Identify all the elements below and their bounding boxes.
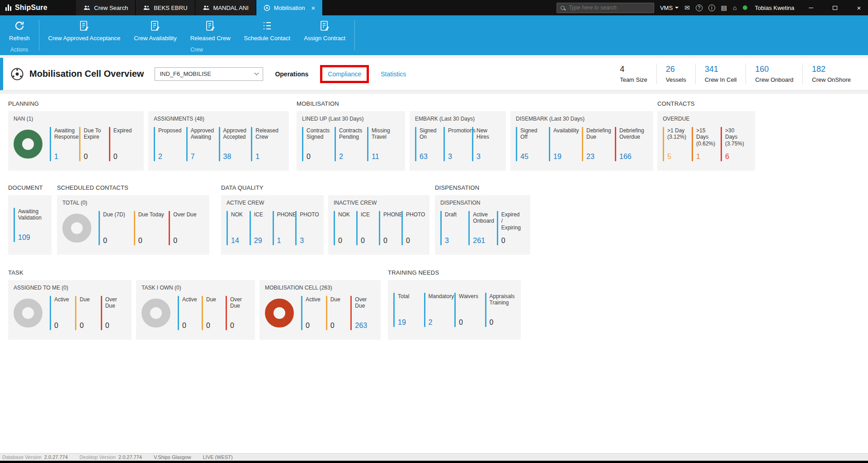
stat-value[interactable]: 0 [338, 237, 353, 245]
stat-value[interactable]: 0 [182, 322, 198, 330]
stat-value[interactable]: 0 [330, 322, 347, 330]
stat-value[interactable]: 3 [448, 153, 468, 161]
stat-value[interactable]: 261 [473, 237, 493, 245]
stat-value[interactable]: 19 [553, 153, 578, 161]
maximize-button[interactable] [826, 0, 844, 15]
stat-value[interactable]: 6 [725, 153, 746, 161]
stat-value[interactable]: 1 [696, 153, 717, 161]
stat-value[interactable]: 0 [84, 153, 105, 161]
stat-value[interactable]: 0 [138, 237, 165, 245]
stat-value[interactable]: 0 [501, 237, 521, 245]
stat-value[interactable]: 2 [429, 318, 451, 327]
released-crew-button[interactable]: Released Crew [184, 19, 237, 47]
search-input[interactable] [568, 4, 650, 11]
scheduled-contacts-donut-chart [62, 214, 91, 243]
stat-value[interactable]: 11 [372, 153, 396, 161]
close-button[interactable]: × [850, 0, 868, 15]
document-pencil-icon [149, 20, 161, 32]
info-icon[interactable]: i [708, 5, 715, 11]
stat-value[interactable]: 0 [306, 322, 322, 330]
stat-value[interactable]: 0 [206, 322, 222, 330]
home-icon[interactable]: ⌂ [733, 5, 736, 11]
bottom-edge [0, 461, 868, 463]
stat-value[interactable]: 0 [113, 153, 135, 161]
ribbon-group-crew: Crew Approved Acceptance Crew Availabili… [39, 15, 354, 55]
stat-value[interactable]: 0 [54, 322, 71, 330]
summary-crew-onshore[interactable]: 182 Crew OnShore [802, 64, 860, 84]
stat-over-due: Over Due 263 [350, 296, 372, 330]
stat-value[interactable]: 0 [459, 318, 481, 327]
tab-mobilisation[interactable]: Mobilisation × [256, 0, 323, 15]
stat-label: PHOTO [406, 211, 420, 237]
vms-dropdown[interactable]: VMS [660, 5, 679, 11]
tab-operations[interactable]: Operations [275, 70, 308, 78]
stat-value[interactable]: 45 [520, 153, 545, 161]
section-title: TASK [8, 269, 381, 276]
summary-crew-onboard[interactable]: 160 Crew Onboard [745, 64, 802, 84]
summary-vessels[interactable]: 26 Vessels [656, 64, 695, 84]
stat-value[interactable]: 3 [300, 237, 315, 245]
stat-value[interactable]: 0 [383, 237, 398, 245]
minimize-button[interactable] [802, 0, 820, 15]
global-search[interactable] [557, 3, 654, 13]
tab-mandal-ani[interactable]: MANDAL ANI [195, 0, 256, 15]
schedule-contact-button[interactable]: Schedule Contact [238, 19, 297, 47]
assign-contract-button[interactable]: Assign Contract [297, 19, 352, 47]
stat-value[interactable]: 0 [173, 237, 200, 245]
tab-close-icon[interactable]: × [311, 5, 315, 11]
summary-crew-in-cell[interactable]: 341 Crew In Cell [695, 64, 746, 84]
stat-value[interactable]: 0 [307, 153, 331, 161]
tab-compliance[interactable]: Compliance [328, 70, 361, 78]
summary-team-size[interactable]: 4 Team Size [611, 64, 656, 84]
stat-value[interactable]: 3 [476, 153, 497, 161]
stat-value[interactable]: 3 [445, 237, 465, 245]
stat-accent-bar [169, 211, 170, 245]
stat-value[interactable]: 14 [231, 237, 246, 245]
stat-value[interactable]: 0 [230, 322, 246, 330]
stat-value[interactable]: 63 [420, 153, 440, 161]
card-header: ACTIVE CREW [226, 200, 318, 206]
stat-label: Active [182, 296, 198, 322]
stat-value[interactable]: 38 [223, 153, 248, 161]
stat-value[interactable]: 0 [361, 237, 375, 245]
stat-value[interactable]: 7 [191, 153, 215, 161]
notes-icon[interactable]: ▤ [721, 5, 727, 11]
stat-accent-bar [251, 127, 252, 161]
stat-value[interactable]: 23 [586, 153, 611, 161]
stat-accent-bar [485, 293, 486, 327]
mail-icon[interactable]: ✉ [684, 5, 690, 11]
list-icon [261, 20, 273, 32]
stat-value[interactable]: 5 [667, 153, 688, 161]
stat-value[interactable]: 0 [105, 322, 123, 330]
crew-approved-acceptance-button[interactable]: Crew Approved Acceptance [42, 19, 127, 47]
stat-value[interactable]: 1 [255, 153, 280, 161]
stat-label: Contracts Signed [307, 127, 331, 153]
tab-label: Crew Search [94, 5, 128, 11]
stat-value[interactable]: 19 [398, 318, 420, 327]
stat-value[interactable]: 263 [355, 322, 372, 330]
stat-value[interactable]: 2 [158, 153, 183, 161]
stat-value[interactable]: 0 [490, 318, 512, 327]
tab-beks-ebru[interactable]: BEKS EBRU [136, 0, 195, 15]
user-name[interactable]: Tobias Kwetina [755, 5, 794, 11]
stat-due-to-expire: Due To Expire 0 [79, 127, 105, 161]
stat-value[interactable]: 0 [80, 322, 97, 330]
stat-value[interactable]: 29 [254, 237, 269, 245]
tab-statistics[interactable]: Statistics [381, 70, 406, 78]
stat-value[interactable]: 1 [54, 153, 75, 161]
stat-label: ICE [254, 211, 269, 237]
card-disembark: DISEMBARK (Last 30 Days) Signed Off 45 A… [510, 111, 653, 171]
stat-label: Active [306, 296, 322, 322]
crew-availability-button[interactable]: Crew Availability [127, 19, 183, 47]
cell-selector-dropdown[interactable]: IND_F6_MOBILISE [155, 67, 263, 81]
stat-value[interactable]: 166 [619, 153, 644, 161]
refresh-button[interactable]: Refresh [3, 19, 36, 47]
stat-value[interactable]: 1 [277, 237, 292, 245]
stat-value[interactable]: 109 [18, 234, 42, 242]
stat-value[interactable]: 0 [406, 237, 420, 245]
stat-over-due: Over Due 0 [169, 211, 200, 245]
stat-value[interactable]: 2 [339, 153, 363, 161]
tab-crew-search[interactable]: Crew Search [76, 0, 136, 15]
stat-value[interactable]: 0 [103, 237, 130, 245]
help-icon[interactable]: ? [696, 5, 703, 11]
